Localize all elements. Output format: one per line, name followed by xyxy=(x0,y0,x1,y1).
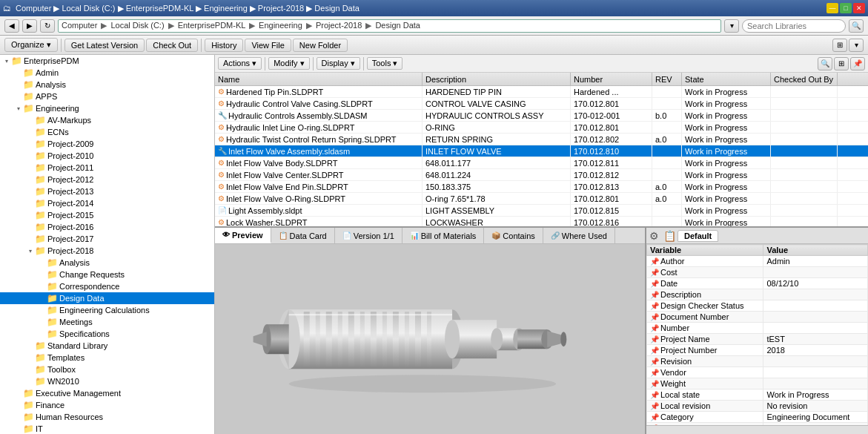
sidebar-item-specifications[interactable]: 📁Specifications xyxy=(0,328,214,340)
sidebar-item-project-2015[interactable]: 📁Project-2015 xyxy=(0,209,214,221)
col-header-state[interactable]: State xyxy=(682,73,771,85)
close-button[interactable]: ✕ xyxy=(853,3,865,13)
view-options-button[interactable]: ▾ xyxy=(849,39,864,52)
props-icon-list[interactable]: 📋 xyxy=(663,230,676,242)
new-folder-button[interactable]: New Folder xyxy=(293,39,348,52)
view-toggle-button[interactable]: ⊞ xyxy=(832,39,847,52)
sidebar-item-change-requests[interactable]: 📁Change Requests xyxy=(0,269,214,280)
tree-expand-project-2013[interactable] xyxy=(27,185,34,197)
sidebar-item-project-2016[interactable]: 📁Project-2016 xyxy=(0,221,214,233)
tree-expand-correspondence[interactable] xyxy=(39,280,46,292)
sidebar-item-project-2018[interactable]: ▾📁Project-2018 xyxy=(0,245,214,257)
tree-expand-av-markups[interactable] xyxy=(27,114,34,126)
back-button[interactable]: ◀ xyxy=(4,19,19,33)
refresh-button[interactable]: ↻ xyxy=(40,19,55,33)
bottom-tab-data-card[interactable]: 📋Data Card xyxy=(271,228,335,243)
tree-expand-project-2012[interactable] xyxy=(27,174,34,185)
file-row-6[interactable]: ⚙Inlet Flow Valve Body.SLDPRT648.011.177… xyxy=(215,157,868,169)
tree-expand-it[interactable] xyxy=(15,423,22,434)
sidebar-item-standard-library[interactable]: 📁Standard Library xyxy=(0,340,214,352)
check-out-button[interactable]: Check Out xyxy=(146,39,198,52)
sidebar-item-project-2010[interactable]: 📁Project-2010 xyxy=(0,150,214,162)
file-row-1[interactable]: ⚙Hydraulic Control Valve Casing.SLDPRTCO… xyxy=(215,98,868,110)
bottom-tab-contains[interactable]: 📦Contains xyxy=(484,228,543,243)
filter-button[interactable]: 🔍 xyxy=(818,57,832,70)
tree-expand-analysis[interactable] xyxy=(15,79,22,91)
view-mode-button[interactable]: ⊞ xyxy=(834,57,849,70)
sidebar-item-analysis[interactable]: 📁Analysis xyxy=(0,79,214,91)
tree-expand-project-2015[interactable] xyxy=(27,209,34,221)
tree-expand-project-2014[interactable] xyxy=(27,197,34,209)
sidebar-item-enterprisepdm[interactable]: ▾📁EnterprisePDM xyxy=(0,55,214,67)
col-header-description[interactable]: Description xyxy=(423,73,571,85)
search-input[interactable] xyxy=(742,19,846,33)
tree-expand-wn2010[interactable] xyxy=(27,375,34,387)
sidebar-item-project-2017[interactable]: 📁Project-2017 xyxy=(0,233,214,245)
sidebar-item-human-resources[interactable]: 📁Human Resources xyxy=(0,411,214,423)
props-tab-default[interactable]: Default xyxy=(677,230,718,242)
col-header-checked_out_by[interactable]: Checked Out By xyxy=(771,73,838,85)
tree-expand-ecns[interactable] xyxy=(27,126,34,138)
sidebar-item-meetings[interactable]: 📁Meetings xyxy=(0,316,214,328)
sidebar-item-project-2011[interactable]: 📁Project-2011 xyxy=(0,162,214,174)
sidebar-item-project-2012[interactable]: 📁Project-2012 xyxy=(0,174,214,185)
tree-expand-analysis-sub[interactable] xyxy=(39,257,46,269)
sidebar-item-eng-calcs[interactable]: 📁Engineering Calculations xyxy=(0,304,214,316)
organize-button[interactable]: Organize ▾ xyxy=(4,38,58,52)
sidebar-item-wn2010[interactable]: 📁WN2010 xyxy=(0,375,214,387)
col-header-name[interactable]: Name xyxy=(215,73,423,85)
tree-expand-engineering[interactable]: ▾ xyxy=(15,102,22,114)
tree-expand-eng-calcs[interactable] xyxy=(39,304,46,316)
file-row-4[interactable]: ⚙Hydraulic Twist Control Return Spring.S… xyxy=(215,134,868,145)
display-button[interactable]: Display ▾ xyxy=(317,57,360,70)
file-row-0[interactable]: ⚙Hardened Tip Pin.SLDPRTHARDENED TIP PIN… xyxy=(215,86,868,98)
bottom-tab-bom[interactable]: 📊Bill of Materials xyxy=(402,228,485,243)
get-latest-version-button[interactable]: Get Latest Version xyxy=(64,39,145,52)
sidebar-item-templates[interactable]: 📁Templates xyxy=(0,352,214,364)
sidebar-item-ecns[interactable]: 📁ECNs xyxy=(0,126,214,138)
sidebar-item-engineering[interactable]: ▾📁Engineering xyxy=(0,102,214,114)
sidebar-item-project-2013[interactable]: 📁Project-2013 xyxy=(0,185,214,197)
minimize-button[interactable]: — xyxy=(826,3,838,13)
tree-expand-specifications[interactable] xyxy=(39,328,46,340)
bottom-tab-where-used[interactable]: 🔗Where Used xyxy=(543,228,615,243)
file-row-7[interactable]: ⚙Inlet Flow Valve Center.SLDPRT648.011.2… xyxy=(215,169,868,181)
tree-expand-admin[interactable] xyxy=(15,67,22,79)
tree-expand-human-resources[interactable] xyxy=(15,411,22,423)
search-button[interactable]: 🔍 xyxy=(849,19,864,33)
tree-expand-enterprisepdm[interactable]: ▾ xyxy=(3,55,10,67)
actions-button[interactable]: Actions ▾ xyxy=(218,57,262,70)
bottom-tab-version[interactable]: 📄Version 1/1 xyxy=(335,228,402,243)
props-icon-settings[interactable]: ⚙ xyxy=(649,230,659,242)
tree-expand-design-data[interactable] xyxy=(39,292,46,304)
sidebar-item-design-data[interactable]: 📁Design Data xyxy=(0,292,214,304)
tree-expand-templates[interactable] xyxy=(27,352,34,364)
tools-button[interactable]: Tools ▾ xyxy=(367,57,403,70)
sidebar-item-apps[interactable]: 📁APPS xyxy=(0,91,214,102)
tree-expand-apps[interactable] xyxy=(15,91,22,102)
col-header-rev[interactable]: REV xyxy=(652,73,682,85)
file-row-5[interactable]: 🔧Inlet Flow Valve Assembly.sldasmINLET F… xyxy=(215,145,868,157)
tree-expand-standard-library[interactable] xyxy=(27,340,34,352)
props-scrollbar-h[interactable] xyxy=(646,425,868,434)
tree-expand-project-2017[interactable] xyxy=(27,233,34,245)
sidebar-item-toolbox[interactable]: 📁Toolbox xyxy=(0,364,214,375)
tree-expand-project-2010[interactable] xyxy=(27,150,34,162)
history-button[interactable]: History xyxy=(205,39,243,52)
file-row-8[interactable]: ⚙Inlet Flow Valve End Pin.SLDPRT150.183.… xyxy=(215,181,868,193)
tree-expand-toolbox[interactable] xyxy=(27,364,34,375)
tree-expand-exec-mgmt[interactable] xyxy=(15,387,22,399)
view-file-button[interactable]: View File xyxy=(245,39,291,52)
sidebar-item-finance[interactable]: 📁Finance xyxy=(0,399,214,411)
sidebar-item-project-2009[interactable]: 📁Project-2009 xyxy=(0,138,214,150)
maximize-button[interactable]: □ xyxy=(840,3,852,13)
tree-expand-finance[interactable] xyxy=(15,399,22,411)
sidebar-item-admin[interactable]: 📁Admin xyxy=(0,67,214,79)
sidebar-item-correspondence[interactable]: 📁Correspondence xyxy=(0,280,214,292)
col-header-number[interactable]: Number xyxy=(571,73,652,85)
tree-expand-project-2016[interactable] xyxy=(27,221,34,233)
file-row-11[interactable]: ⚙Lock Washer.SLDPRTLOCKWASHER170.012.816… xyxy=(215,217,868,226)
address-path[interactable]: Computer ▶ Local Disk (C:) ▶ EnterpriseP… xyxy=(58,19,721,33)
modify-button[interactable]: Modify ▾ xyxy=(268,57,309,70)
sidebar-item-av-markups[interactable]: 📁AV-Markups xyxy=(0,114,214,126)
